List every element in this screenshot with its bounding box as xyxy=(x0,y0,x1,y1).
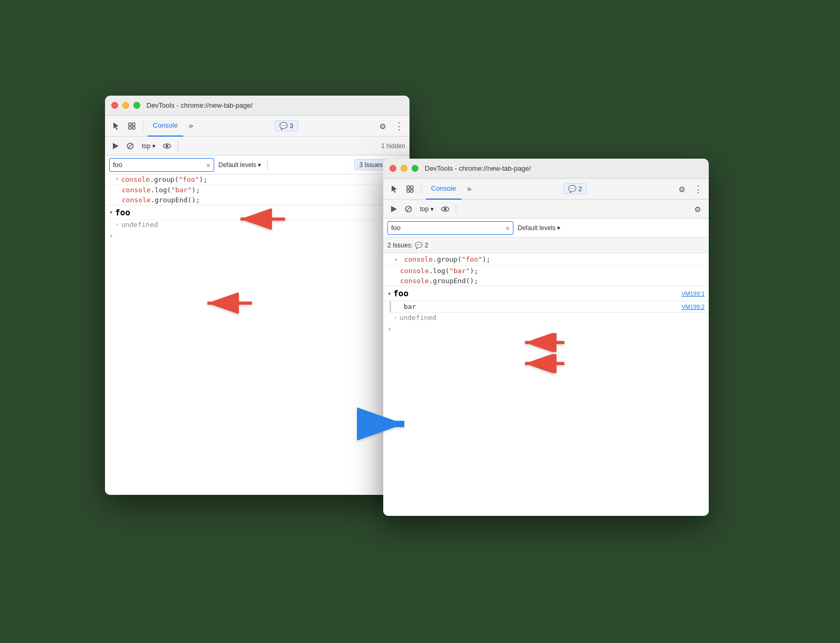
tab-toolbar-right: Console » 💬 2 ⚙ ⋮ xyxy=(383,179,709,200)
console-divider-left xyxy=(177,141,178,151)
play-icon-left[interactable] xyxy=(109,140,122,152)
svg-point-8 xyxy=(165,144,168,147)
toolbar-divider-left xyxy=(143,121,143,131)
vm-ref2-right[interactable]: VM199:2 xyxy=(681,304,705,310)
ban-icon-left[interactable] xyxy=(124,140,136,152)
expand-arrow-right[interactable]: › xyxy=(394,255,398,263)
toolbar-divider-right xyxy=(421,184,422,194)
chevron-down-icon-left: ▾ xyxy=(152,142,155,150)
filter-input-right[interactable]: foo xyxy=(391,224,503,232)
console-group-line-right: › console.group("foo"); xyxy=(383,253,709,266)
ban-icon-right[interactable] xyxy=(402,203,415,215)
prompt-icon-right: › xyxy=(387,325,392,333)
window-title-left: DevTools - chrome://new-tab-page/ xyxy=(146,101,253,109)
issues-chat-icon-right: 💬 xyxy=(415,242,423,249)
red-arrow-foo-left xyxy=(202,293,255,316)
svg-rect-2 xyxy=(129,127,131,129)
foo-label-right: foo xyxy=(393,288,408,298)
console-groupend-line-left: console.groupEnd(); xyxy=(105,195,410,205)
minimize-button-right[interactable] xyxy=(401,165,407,172)
hidden-text-left: 1 hidden xyxy=(381,142,405,150)
chevron-down-icon-default-right: ▾ xyxy=(557,224,560,232)
console-log-line-left: console.log("bar"); xyxy=(105,185,410,195)
eye-icon-right[interactable] xyxy=(439,203,452,215)
svg-line-6 xyxy=(128,144,132,148)
svg-rect-16 xyxy=(411,186,413,189)
clear-filter-icon-right[interactable]: ✕ xyxy=(506,224,510,232)
cursor-icon-right[interactable] xyxy=(387,182,401,196)
svg-rect-18 xyxy=(411,190,413,192)
window-title-right: DevTools - chrome://new-tab-page/ xyxy=(425,164,531,172)
traffic-lights-right xyxy=(390,165,418,172)
svg-line-21 xyxy=(406,207,411,211)
issues-label-right[interactable]: 2 Issues: 💬 2 xyxy=(387,242,428,249)
traffic-lights-left xyxy=(111,102,140,109)
filter-row-left: foo ✕ Default levels ▾ 3 Issues: 💬 3 xyxy=(105,155,410,174)
cursor-icon-left[interactable] xyxy=(109,119,123,133)
top-dropdown-right[interactable]: top ▾ xyxy=(417,204,437,214)
tab-toolbar-left: Console » 💬 3 ⚙ ⋮ xyxy=(105,116,410,137)
console-groupend-line-right: console.groupEnd(); xyxy=(383,276,709,286)
undefined-line-right: ‹ undefined xyxy=(383,313,709,323)
prompt-icon-left: › xyxy=(109,232,113,240)
svg-rect-15 xyxy=(407,186,410,189)
layers-icon-right[interactable] xyxy=(403,182,417,196)
console-toolbar-right: top ▾ ⚙ xyxy=(383,200,709,219)
filter-divider-left xyxy=(267,160,268,170)
filter-input-wrap-left[interactable]: foo ✕ xyxy=(109,158,214,172)
close-button-left[interactable] xyxy=(111,102,118,109)
eye-icon-left[interactable] xyxy=(161,140,173,152)
issues-row-right: 2 Issues: 💬 2 xyxy=(383,237,709,253)
maximize-button-left[interactable] xyxy=(133,102,140,109)
svg-rect-17 xyxy=(407,190,410,192)
red-arrow-foo-right xyxy=(520,333,567,354)
svg-marker-19 xyxy=(391,206,397,212)
caret-down-icon-left: ▾ xyxy=(109,209,113,216)
close-button-right[interactable] xyxy=(390,165,396,172)
minimize-button-left[interactable] xyxy=(122,102,129,109)
bar-label-right: bar xyxy=(404,303,416,310)
bar-child-row-right: bar VM199:2 xyxy=(390,301,709,313)
issues-badge-right[interactable]: 💬 2 xyxy=(563,183,587,194)
default-levels-right[interactable]: Default levels ▾ xyxy=(518,224,560,232)
top-dropdown-left[interactable]: top ▾ xyxy=(139,141,159,151)
tab-console-right[interactable]: Console xyxy=(426,179,461,200)
caret-down-icon-right: ▾ xyxy=(387,290,391,297)
maximize-button-right[interactable] xyxy=(412,165,418,172)
dots-icon-right[interactable]: ⋮ xyxy=(691,182,705,196)
filter-input-wrap-right[interactable]: foo ✕ xyxy=(387,221,513,235)
gear-icon-right[interactable]: ⚙ xyxy=(675,182,689,196)
tab-more-left[interactable]: » xyxy=(185,121,197,131)
vm-ref1-right[interactable]: VM199:1 xyxy=(681,291,705,297)
chevron-down-icon-right: ▾ xyxy=(430,205,434,213)
gear-icon-left[interactable]: ⚙ xyxy=(376,119,390,133)
svg-rect-3 xyxy=(132,127,135,129)
filter-input-left[interactable]: foo xyxy=(113,161,204,169)
filter-row-right: foo ✕ Default levels ▾ xyxy=(383,219,709,237)
chat-icon-right: 💬 xyxy=(568,185,576,193)
default-levels-left[interactable]: Default levels ▾ xyxy=(218,161,261,169)
issues-badge-left[interactable]: 💬 3 xyxy=(275,120,298,131)
console-divider-right xyxy=(456,204,456,214)
title-bar-left: DevTools - chrome://new-tab-page/ xyxy=(105,96,410,116)
blue-arrow-forward xyxy=(357,406,410,444)
red-arrow-bar-right xyxy=(520,354,567,375)
dots-icon-left[interactable]: ⋮ xyxy=(392,119,405,133)
clear-filter-icon-left[interactable]: ✕ xyxy=(206,161,211,169)
chevron-down-icon-default-left: ▾ xyxy=(258,161,261,169)
expand-arrow-left[interactable]: › xyxy=(116,175,119,182)
svg-rect-1 xyxy=(132,123,135,126)
console-group-line-left: › console.group("foo"); xyxy=(105,174,410,185)
layers-icon-left[interactable] xyxy=(125,119,139,133)
chat-icon-left: 💬 xyxy=(279,122,288,130)
tab-console-left[interactable]: Console xyxy=(148,116,183,137)
foo-group-result-right: ▾ foo VM199:1 xyxy=(383,286,709,301)
console-log-line-right: console.log("bar"); xyxy=(383,266,709,276)
tab-more-right[interactable]: » xyxy=(464,184,475,194)
console-content-right: › console.group("foo"); console.log("bar… xyxy=(383,253,709,516)
title-bar-right: DevTools - chrome://new-tab-page/ xyxy=(383,159,709,179)
gear-icon-right2[interactable]: ⚙ xyxy=(691,202,705,216)
svg-point-23 xyxy=(444,208,446,210)
play-icon-right[interactable] xyxy=(387,203,400,215)
svg-rect-0 xyxy=(129,123,131,126)
